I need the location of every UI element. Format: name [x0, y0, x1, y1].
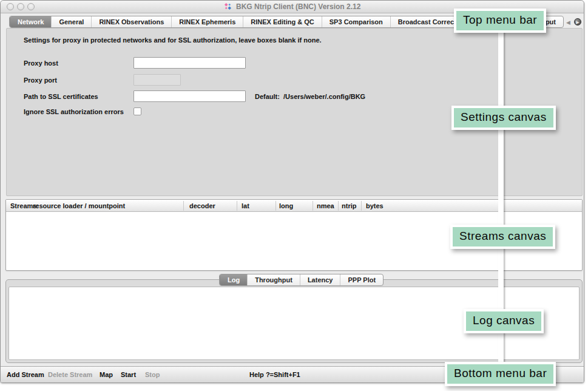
column-lat[interactable]: lat	[242, 202, 249, 209]
tab-network[interactable]: Network	[10, 16, 51, 27]
stop-button[interactable]: Stop	[145, 371, 160, 378]
bnc-app-icon	[224, 2, 232, 12]
tab-ppp-plot[interactable]: PPP Plot	[340, 274, 383, 285]
proxy-port-label: Proxy port	[24, 76, 57, 84]
help-shortcut-label: Help ?=Shift+F1	[249, 371, 300, 378]
tab-sp3-comparison[interactable]: SP3 Comparison	[322, 16, 390, 27]
column-bytes[interactable]: bytes	[366, 202, 384, 209]
ssl-certificates-path-label: Path to SSL certificates	[24, 93, 98, 100]
annotation-top-menu-bar: Top menu bar	[454, 8, 546, 33]
column-divider	[361, 201, 362, 211]
column-divider	[275, 201, 276, 211]
column-ntrip[interactable]: ntrip	[342, 202, 356, 209]
proxy-host-input[interactable]	[133, 57, 246, 69]
column-decoder[interactable]: decoder	[189, 202, 215, 209]
settings-description: Settings for proxy in protected networks…	[24, 36, 322, 44]
ssl-certificates-path-input[interactable]	[133, 90, 246, 102]
ssl-default-path-note: Default: /Users/weber/.config/BKG	[255, 93, 365, 100]
column-mountpoint[interactable]: resource loader / mountpoint	[33, 202, 125, 209]
tab-scroll-left-icon[interactable]: ◀	[566, 19, 570, 25]
annotation-bottom-menu-bar: Bottom menu bar	[445, 362, 556, 386]
log-tab-bar: Log Throughput Latency PPP Plot	[219, 274, 384, 286]
column-divider	[313, 201, 313, 211]
proxy-port-input[interactable]	[133, 74, 181, 86]
column-divider	[183, 201, 184, 211]
add-stream-button[interactable]: Add Stream	[7, 371, 44, 378]
annotation-log-canvas: Log canvas	[464, 309, 544, 333]
proxy-host-label: Proxy host	[24, 59, 58, 67]
column-nmea[interactable]: nmea	[317, 202, 334, 209]
tab-general[interactable]: General	[51, 16, 91, 27]
delete-stream-button[interactable]: Delete Stream	[48, 371, 92, 378]
ignore-ssl-errors-label: Ignore SSL authorization errors	[24, 108, 124, 115]
tab-throughput[interactable]: Throughput	[247, 274, 300, 285]
tab-latency[interactable]: Latency	[300, 274, 340, 285]
column-divider	[237, 201, 237, 211]
tab-log[interactable]: Log	[220, 274, 247, 285]
column-divider	[338, 201, 339, 211]
annotation-streams-canvas: Streams canvas	[450, 225, 555, 249]
window-title-text: BKG Ntrip Client (BNC) Version 2.12	[236, 2, 360, 11]
tab-scroll-right-icon[interactable]: ▶	[574, 18, 581, 25]
streams-table-header: Streams: resource loader / mountpoint de…	[6, 200, 582, 212]
annotation-settings-canvas: Settings canvas	[451, 106, 556, 130]
tab-rinex-ephemeris[interactable]: RINEX Ephemeris	[171, 16, 243, 27]
map-button[interactable]: Map	[100, 371, 113, 378]
tab-rinex-editing-qc[interactable]: RINEX Editing & QC	[243, 16, 322, 27]
start-button[interactable]: Start	[121, 371, 136, 378]
tab-rinex-observations[interactable]: RINEX Observations	[91, 16, 171, 27]
ignore-ssl-errors-checkbox[interactable]	[133, 107, 141, 115]
column-long[interactable]: long	[279, 202, 293, 209]
